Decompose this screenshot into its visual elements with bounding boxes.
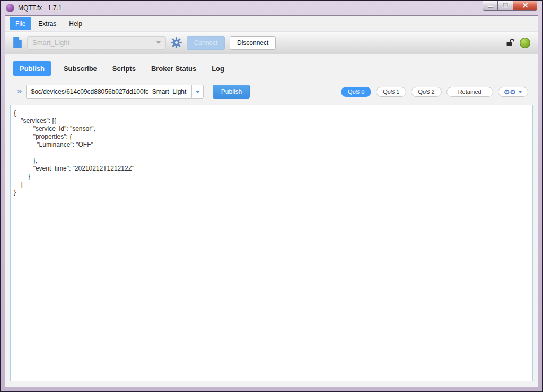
close-button[interactable] <box>513 1 537 11</box>
minimize-button[interactable] <box>483 1 498 11</box>
publish-button[interactable]: Publish <box>213 85 250 99</box>
connection-toolbar: Smart_Light Connect Disconnect <box>5 31 538 54</box>
tab-bar: Publish Subscribe Scripts Broker Status … <box>13 60 538 76</box>
chevron-down-icon <box>156 41 161 44</box>
double-chevron-right-icon: » <box>17 86 22 96</box>
qos1-toggle[interactable]: QoS 1 <box>376 87 406 97</box>
topic-combo <box>26 85 204 99</box>
qos-options: QoS 0 QoS 1 QoS 2 Retained ⚙⚙ <box>341 87 528 97</box>
publish-settings-button[interactable]: ⚙⚙ <box>498 87 528 97</box>
publish-controls-row: » Publish QoS 0 QoS 1 QoS 2 Retained ⚙⚙ <box>13 84 528 99</box>
profile-settings-gear-icon[interactable] <box>171 37 182 48</box>
app-frame: File Extras Help Smart_Light <box>5 15 538 387</box>
profile-document-icon <box>13 37 22 49</box>
minimize-icon <box>488 3 493 8</box>
profile-select-value: Smart_Light <box>32 39 69 47</box>
main-panel: Publish Subscribe Scripts Broker Status … <box>5 54 538 387</box>
titlebar: MQTT.fx - 1.7.1 <box>1 1 542 15</box>
retained-toggle[interactable]: Retained <box>446 87 493 97</box>
payload-editor[interactable]: { "services": [{ "service_id": "sensor",… <box>10 105 533 381</box>
close-icon <box>522 3 528 8</box>
gears-icon: ⚙⚙ <box>504 88 516 95</box>
profile-select[interactable]: Smart_Light <box>27 36 166 50</box>
connect-button[interactable]: Connect <box>187 36 225 50</box>
window-controls <box>483 1 537 11</box>
maximize-button[interactable] <box>498 1 513 11</box>
chevron-down-icon <box>196 91 200 93</box>
menubar: File Extras Help <box>5 16 538 31</box>
tab-log[interactable]: Log <box>208 61 227 76</box>
tab-publish[interactable]: Publish <box>13 61 51 76</box>
unlocked-padlock-icon <box>506 38 515 47</box>
qos0-toggle[interactable]: QoS 0 <box>341 87 371 97</box>
window-title: MQTT.fx - 1.7.1 <box>18 4 62 12</box>
disconnect-button[interactable]: Disconnect <box>230 36 276 50</box>
connection-status-indicator <box>520 38 530 48</box>
menu-help[interactable]: Help <box>63 17 88 30</box>
menu-extras[interactable]: Extras <box>32 17 62 30</box>
qos2-toggle[interactable]: QoS 2 <box>411 87 441 97</box>
tab-broker-status[interactable]: Broker Status <box>148 61 199 76</box>
menu-file[interactable]: File <box>10 17 31 30</box>
chevron-down-icon <box>518 91 522 93</box>
app-icon <box>6 4 14 12</box>
tab-scripts[interactable]: Scripts <box>109 61 139 76</box>
topic-dropdown-button[interactable] <box>191 85 204 99</box>
tab-subscribe[interactable]: Subscribe <box>60 61 100 76</box>
topic-input[interactable] <box>26 85 191 99</box>
maximize-icon <box>503 3 509 8</box>
app-window: MQTT.fx - 1.7.1 File Extras Help <box>0 0 543 392</box>
